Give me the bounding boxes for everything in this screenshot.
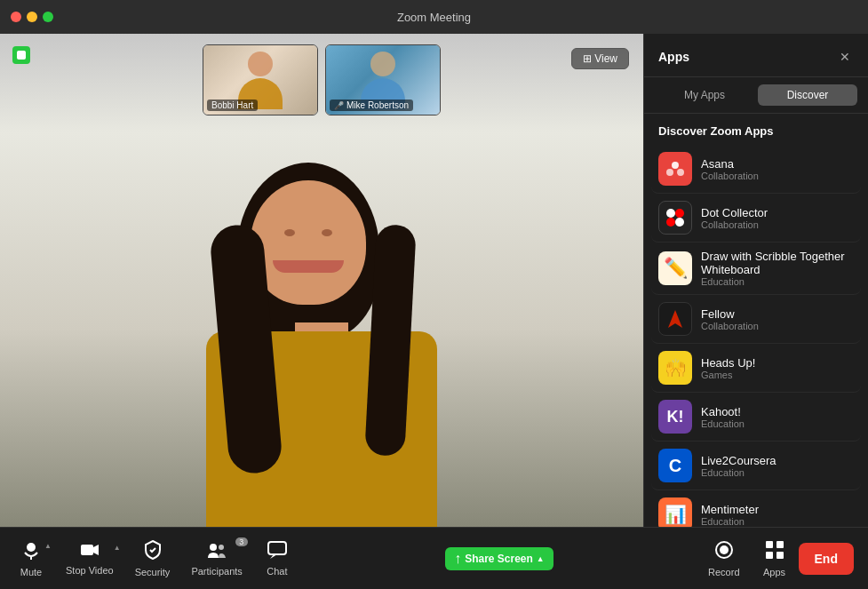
bobbi-label: Bobbi Hart <box>207 99 258 111</box>
mute-button[interactable]: Mute ▲ <box>7 535 55 583</box>
draw-name: Draw with Scribble Together Whiteboard <box>701 250 854 276</box>
menti-info: Mentimeter Education <box>701 503 854 527</box>
menti-name: Mentimeter <box>701 503 854 516</box>
live2-info: Live2Coursera Education <box>701 454 854 478</box>
status-indicator <box>12 46 30 64</box>
participant-thumbnails: Bobbi Hart 🎤 Mike Robertson <box>203 44 441 115</box>
apps-sidebar: Apps ✕ My Apps Discover Discover Zoom Ap… <box>643 34 868 527</box>
share-screen-text: Share Screen <box>465 553 533 565</box>
video-area: Bobbi Hart 🎤 Mike Robertson ⊞ View <box>0 34 643 527</box>
app-list: Asana Collaboration Dot Collector Collab… <box>644 145 868 527</box>
kahoot-name: Kahoot! <box>701 405 854 418</box>
app-item-dot[interactable]: Dot Collector Collaboration <box>651 194 861 243</box>
fellow-name: Fellow <box>701 307 854 321</box>
asana-name: Asana <box>701 157 854 171</box>
toolbar-center: ↑ Share Screen ▲ <box>436 542 562 576</box>
apps-tabs: My Apps Discover <box>644 77 868 114</box>
live2-icon: C <box>658 449 692 482</box>
share-screen-chevron[interactable]: ▲ <box>537 554 545 563</box>
app-item-headsup[interactable]: 🙌 Heads Up! Games <box>651 344 861 393</box>
app-item-kahoot[interactable]: K! Kahoot! Education <box>651 393 861 442</box>
bobbi-head <box>248 52 273 76</box>
apps-label: Apps <box>763 567 785 577</box>
window-controls[interactable] <box>11 12 53 22</box>
mute-icon: 🎤 <box>334 101 344 110</box>
mute-chevron[interactable]: ▲ <box>44 542 52 550</box>
stop-video-button[interactable]: Stop Video ▲ <box>55 537 124 581</box>
fellow-category: Collaboration <box>701 321 854 331</box>
apps-header: Apps ✕ <box>644 34 868 77</box>
view-button[interactable]: ⊞ View <box>571 48 629 69</box>
stop-video-label: Stop Video <box>66 565 114 576</box>
chat-icon <box>267 541 287 562</box>
headsup-category: Games <box>701 370 854 380</box>
participants-button[interactable]: 3 Participants <box>180 536 252 582</box>
apps-title: Apps <box>658 50 689 64</box>
thumbnail-bobbi[interactable]: Bobbi Hart <box>203 44 318 115</box>
app-item-menti[interactable]: 📊 Mentimeter Education <box>651 490 861 527</box>
svg-rect-17 <box>766 541 773 548</box>
headsup-info: Heads Up! Games <box>701 356 854 380</box>
svg-point-11 <box>210 544 217 551</box>
svg-point-3 <box>666 209 675 218</box>
menti-category: Education <box>701 516 854 527</box>
headsup-icon: 🙌 <box>658 351 692 385</box>
asana-icon <box>658 152 692 186</box>
headsup-name: Heads Up! <box>701 356 854 370</box>
svg-point-1 <box>666 169 673 176</box>
chat-button[interactable]: Chat <box>253 536 301 582</box>
tab-my-apps[interactable]: My Apps <box>655 84 754 106</box>
svg-point-4 <box>675 209 684 218</box>
share-screen-icon-wrap: ↑ Share Screen ▲ <box>445 547 553 570</box>
asana-category: Collaboration <box>701 171 854 181</box>
video-chevron[interactable]: ▲ <box>114 544 121 552</box>
svg-rect-20 <box>776 552 784 559</box>
share-screen-icon: ↑ <box>454 551 461 567</box>
dot-info: Dot Collector Collaboration <box>701 206 854 230</box>
svg-point-12 <box>219 545 224 550</box>
fellow-info: Fellow Collaboration <box>701 307 854 331</box>
participants-icon <box>206 541 227 562</box>
apps-button[interactable]: Apps <box>751 535 799 583</box>
mute-icon <box>21 540 41 563</box>
svg-point-6 <box>675 218 684 227</box>
thumbnail-mike[interactable]: 🎤 Mike Robertson <box>325 44 441 115</box>
security-button[interactable]: Security <box>124 535 181 583</box>
menti-icon: 📊 <box>658 497 692 527</box>
dot-name: Dot Collector <box>701 206 854 219</box>
face <box>251 180 366 305</box>
live2-category: Education <box>701 467 854 478</box>
svg-rect-9 <box>81 545 93 555</box>
svg-point-7 <box>27 543 36 552</box>
minimize-dot[interactable] <box>27 12 37 22</box>
dot-category: Collaboration <box>701 219 854 230</box>
share-screen-button[interactable]: ↑ Share Screen ▲ <box>436 542 562 576</box>
toolbar-right: Record Apps End <box>697 535 861 583</box>
main-participant-figure <box>206 171 437 527</box>
tab-discover[interactable]: Discover <box>758 84 857 106</box>
fullscreen-dot[interactable] <box>43 12 53 22</box>
apps-icon <box>765 540 784 563</box>
app-item-draw[interactable]: ✏️ Draw with Scribble Together Whiteboar… <box>651 243 861 295</box>
chat-label: Chat <box>267 566 287 577</box>
app-item-fellow[interactable]: Fellow Collaboration <box>651 295 861 344</box>
live2-name: Live2Coursera <box>701 454 854 467</box>
end-button[interactable]: End <box>799 543 854 575</box>
record-icon <box>714 540 734 563</box>
video-icon <box>80 542 100 561</box>
app-item-live2[interactable]: C Live2Coursera Education <box>651 442 861 490</box>
main-area: Bobbi Hart 🎤 Mike Robertson ⊞ View <box>0 34 868 527</box>
close-dot[interactable] <box>11 12 21 22</box>
kahoot-icon: K! <box>658 400 692 434</box>
record-label: Record <box>708 567 739 577</box>
security-icon <box>144 540 162 563</box>
asana-info: Asana Collaboration <box>701 157 854 181</box>
app-item-asana[interactable]: Asana Collaboration <box>651 145 861 194</box>
window-title: Zoom Meeting <box>397 11 471 24</box>
record-button[interactable]: Record <box>697 535 750 583</box>
mike-head <box>370 52 395 76</box>
toolbar: Mute ▲ Stop Video ▲ Security 3 Participa… <box>0 527 868 589</box>
close-button[interactable]: ✕ <box>836 48 854 66</box>
participants-count: 3 <box>235 537 248 546</box>
svg-point-2 <box>677 169 684 176</box>
